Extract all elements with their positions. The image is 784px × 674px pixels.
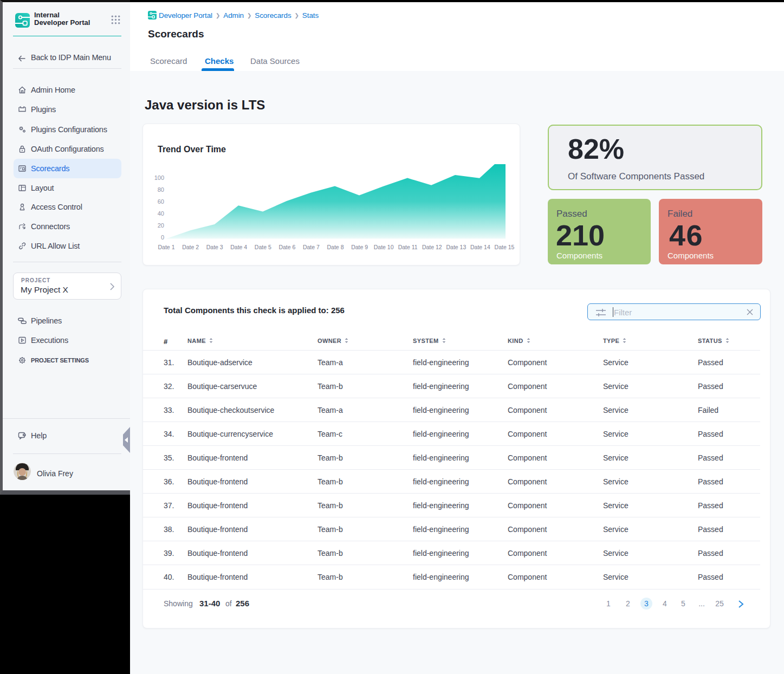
svg-text:0: 0 [161,234,164,241]
svg-text:Date 12: Date 12 [422,244,442,250]
svg-text:Date 14: Date 14 [470,244,490,250]
svg-text:Date 1: Date 1 [158,244,175,250]
svg-text:Date 11: Date 11 [398,244,418,250]
svg-text:Date 2: Date 2 [182,244,199,250]
svg-text:Date 6: Date 6 [278,244,295,250]
svg-text:60: 60 [158,198,164,205]
svg-text:20: 20 [158,222,164,229]
svg-text:80: 80 [158,186,164,193]
svg-text:Date 3: Date 3 [206,244,223,250]
svg-text:Date 5: Date 5 [255,244,271,250]
svg-text:Date 7: Date 7 [303,244,320,250]
svg-text:Date 8: Date 8 [327,244,344,250]
svg-text:Date 10: Date 10 [374,244,394,250]
svg-text:Date 15: Date 15 [495,244,515,250]
svg-text:Date 4: Date 4 [230,244,247,250]
svg-text:Date 9: Date 9 [351,244,368,250]
svg-text:40: 40 [158,210,164,217]
svg-text:100: 100 [154,174,164,181]
svg-text:Date 13: Date 13 [446,244,466,250]
